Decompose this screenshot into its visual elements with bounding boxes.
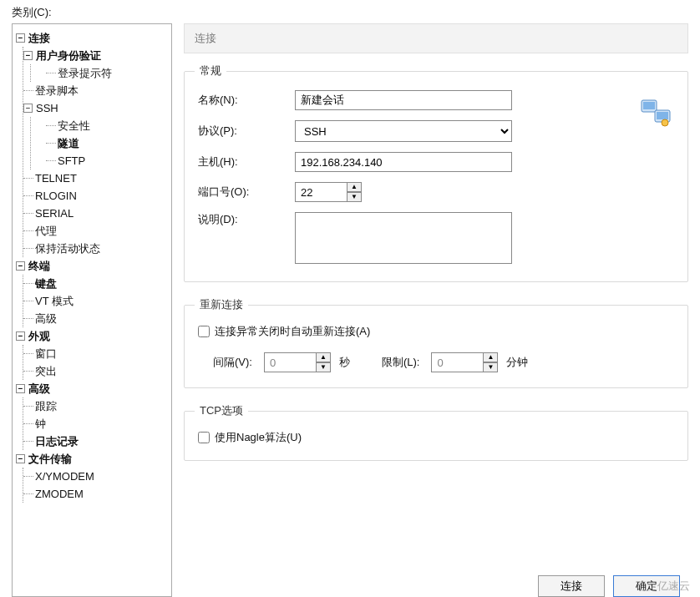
tree-item-advanced[interactable]: − 高级 bbox=[16, 380, 168, 397]
reconnect-legend: 重新连接 bbox=[195, 297, 248, 312]
interval-label: 间隔(V): bbox=[213, 355, 252, 370]
limit-unit: 分钟 bbox=[506, 355, 528, 370]
description-label: 说明(D): bbox=[195, 212, 295, 227]
connect-button[interactable]: 连接 bbox=[538, 575, 605, 597]
name-label: 名称(N): bbox=[195, 93, 295, 108]
port-spin-up[interactable]: ▲ bbox=[347, 182, 362, 192]
auto-reconnect-label: 连接异常关闭时自动重新连接(A) bbox=[215, 324, 370, 339]
nagle-checkbox[interactable] bbox=[198, 432, 210, 443]
cloud-icon bbox=[636, 580, 654, 592]
tree-item-login-script[interactable]: 登录脚本 bbox=[23, 82, 168, 99]
tree-item-zmodem[interactable]: ZMODEM bbox=[23, 485, 168, 503]
dialog-buttons: 连接 确定 bbox=[184, 569, 688, 597]
collapse-icon[interactable]: − bbox=[23, 104, 33, 113]
tree-item-term-advanced[interactable]: 高级 bbox=[23, 310, 168, 327]
svg-point-4 bbox=[662, 119, 668, 126]
tree-item-highlight[interactable]: 突出 bbox=[23, 362, 168, 380]
tcp-legend: TCP选项 bbox=[195, 403, 248, 418]
watermark: 亿速云 bbox=[636, 579, 690, 594]
interval-spin-up[interactable]: ▲ bbox=[316, 352, 331, 362]
collapse-icon[interactable]: − bbox=[23, 51, 33, 60]
collapse-icon[interactable]: − bbox=[16, 454, 25, 463]
limit-spin-down[interactable]: ▼ bbox=[483, 362, 498, 372]
category-tree[interactable]: − 连接 − 用户身份验证 登录提示符 bbox=[12, 23, 172, 597]
connection-icon bbox=[640, 99, 673, 129]
collapse-icon[interactable]: − bbox=[16, 331, 25, 341]
tree-item-file-transfer[interactable]: − 文件传输 bbox=[16, 450, 168, 468]
tree-item-serial[interactable]: SERIAL bbox=[23, 205, 168, 222]
tree-item-keyboard[interactable]: 键盘 bbox=[23, 275, 168, 292]
interval-unit: 秒 bbox=[339, 355, 350, 370]
tree-item-vt-mode[interactable]: VT 模式 bbox=[23, 292, 168, 310]
tree-item-tracking[interactable]: 跟踪 bbox=[23, 397, 168, 415]
interval-spin-down[interactable]: ▼ bbox=[316, 362, 331, 372]
host-label: 主机(H): bbox=[195, 154, 295, 169]
description-textarea[interactable] bbox=[295, 212, 512, 264]
tree-item-proxy[interactable]: 代理 bbox=[23, 222, 168, 240]
tree-item-user-auth[interactable]: − 用户身份验证 bbox=[23, 47, 168, 64]
limit-spin-up[interactable]: ▲ bbox=[483, 352, 498, 362]
tree-item-logging[interactable]: 日志记录 bbox=[23, 433, 168, 450]
protocol-select[interactable]: SSH bbox=[295, 120, 512, 142]
category-label: 类别(C): bbox=[12, 5, 688, 20]
svg-rect-1 bbox=[643, 102, 655, 109]
interval-input[interactable] bbox=[264, 352, 316, 372]
tree-item-terminal[interactable]: − 终端 bbox=[16, 257, 168, 275]
tree-item-rlogin[interactable]: RLOGIN bbox=[23, 187, 168, 205]
tcp-group: TCP选项 使用Nagle算法(U) bbox=[184, 403, 688, 461]
collapse-icon[interactable]: − bbox=[16, 384, 25, 393]
nagle-label: 使用Nagle算法(U) bbox=[215, 430, 302, 445]
tree-item-ssh[interactable]: − SSH bbox=[23, 99, 168, 117]
collapse-icon[interactable]: − bbox=[16, 261, 25, 271]
collapse-icon[interactable]: − bbox=[16, 33, 25, 43]
tree-item-bell[interactable]: 钟 bbox=[23, 415, 168, 433]
name-input[interactable] bbox=[295, 90, 512, 110]
port-input[interactable] bbox=[295, 182, 347, 202]
panel-header: 连接 bbox=[184, 23, 688, 53]
limit-label: 限制(L): bbox=[382, 355, 420, 370]
port-label: 端口号(O): bbox=[195, 185, 295, 200]
limit-input[interactable] bbox=[431, 352, 483, 372]
general-legend: 常规 bbox=[195, 63, 226, 78]
reconnect-group: 重新连接 连接异常关闭时自动重新连接(A) 间隔(V): ▲ ▼ 秒 bbox=[184, 297, 688, 388]
auto-reconnect-checkbox[interactable] bbox=[198, 326, 210, 337]
svg-rect-3 bbox=[657, 112, 668, 119]
tree-item-xymodem[interactable]: X/YMODEM bbox=[23, 468, 168, 485]
tree-item-tunnel[interactable]: 隧道 bbox=[46, 134, 168, 152]
tree-item-security[interactable]: 安全性 bbox=[46, 117, 168, 134]
tree-item-login-prompt[interactable]: 登录提示符 bbox=[46, 64, 168, 82]
tree-item-keep-alive[interactable]: 保持活动状态 bbox=[23, 240, 168, 257]
tree-item-telnet[interactable]: TELNET bbox=[23, 169, 168, 187]
tree-item-sftp[interactable]: SFTP bbox=[46, 152, 168, 169]
tree-item-appearance[interactable]: − 外观 bbox=[16, 327, 168, 345]
general-group: 常规 名称(N): 协议(P): SSH 主机(H): bbox=[184, 63, 688, 282]
tree-item-connection[interactable]: − 连接 bbox=[16, 29, 168, 47]
tree-item-window[interactable]: 窗口 bbox=[23, 345, 168, 362]
protocol-label: 协议(P): bbox=[195, 124, 295, 139]
port-spin-down[interactable]: ▼ bbox=[347, 192, 362, 202]
host-input[interactable] bbox=[295, 152, 512, 172]
